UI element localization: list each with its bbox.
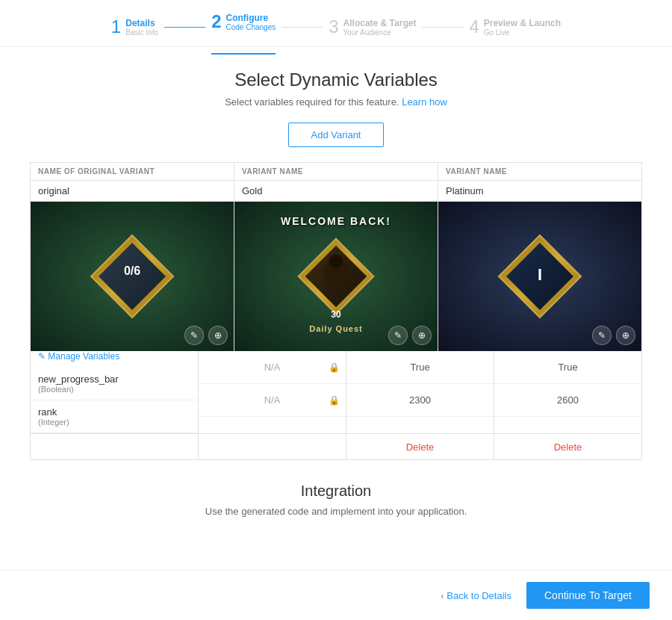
platinum-game-image: I ✎ ⊕ xyxy=(438,202,641,351)
learn-how-link[interactable]: Learn how xyxy=(402,96,447,108)
step-configure: 2 Configure Code Changes xyxy=(211,11,276,43)
original-header-label: NAME OF ORIGINAL VARIANT xyxy=(31,163,234,181)
lock-icon-2: 🔒 xyxy=(329,395,340,406)
original-game-image: 0/6 ✎ ⊕ xyxy=(31,202,234,351)
step-4-title: Preview & Launch xyxy=(484,18,561,28)
stepper-divider xyxy=(0,46,672,47)
gold-zoom-btn[interactable]: ⊕ xyxy=(412,326,432,345)
original-image-actions: ✎ ⊕ xyxy=(184,326,228,345)
active-step-underline xyxy=(211,53,276,55)
step-1-number: 1 xyxy=(111,16,121,37)
footer: ‹ Back to Details Continue To Target xyxy=(0,570,672,620)
gold-values-col: True 2300 xyxy=(346,351,494,433)
connector-2-3 xyxy=(281,27,323,28)
platinum-edit-btn[interactable]: ✎ xyxy=(592,326,612,345)
var-name-2: rank xyxy=(38,406,190,418)
platinum-image-actions: ✎ ⊕ xyxy=(592,326,635,345)
platinum-var-2-cell[interactable]: 2600 xyxy=(494,384,641,417)
connector-3-4 xyxy=(422,27,463,28)
step-2-number: 2 xyxy=(211,11,221,32)
step-2-subtitle: Code Changes xyxy=(226,23,276,31)
platinum-var-1-cell[interactable]: True xyxy=(494,351,641,384)
step-1-title: Details xyxy=(125,18,158,28)
gold-name-input[interactable] xyxy=(234,181,438,202)
manage-variables-col: ✎ Manage Variables new_progress_bar (Boo… xyxy=(31,351,199,433)
platinum-zoom-btn[interactable]: ⊕ xyxy=(616,326,635,345)
step-2-title: Configure xyxy=(226,13,276,23)
integration-section: Integration Use the generated code and i… xyxy=(30,460,642,524)
gold-edit-btn[interactable]: ✎ xyxy=(388,326,408,345)
gold-var-1-cell[interactable]: True xyxy=(346,351,494,384)
original-badge-svg: 0/6 xyxy=(87,232,177,321)
svg-text:0/6: 0/6 xyxy=(124,264,140,277)
platinum-delete-button[interactable]: Delete xyxy=(554,441,582,453)
step-4-number: 4 xyxy=(469,16,479,37)
step-4-subtitle: Go Live xyxy=(484,28,561,37)
daily-quest-num: 30 xyxy=(331,309,340,320)
integration-title: Integration xyxy=(30,483,642,500)
step-3-subtitle: Your Audience xyxy=(343,28,417,37)
step-details: 1 Details Basic Info xyxy=(111,16,158,37)
daily-quest-label: Daily Quest xyxy=(309,324,363,333)
add-variant-button[interactable]: Add Variant xyxy=(288,123,385,147)
svg-text:I: I xyxy=(538,265,542,284)
connector-1-2 xyxy=(164,27,205,28)
variable-row-rank: rank (Integer) xyxy=(31,400,198,433)
gold-header-label: VARIANT NAME xyxy=(234,163,438,181)
platinum-values-col: True 2600 xyxy=(494,351,641,433)
original-var-2-cell: N/A 🔒 xyxy=(199,384,346,417)
gold-game-image: WELCOME BACK! xyxy=(234,202,438,351)
step-1-subtitle: Basic Info xyxy=(125,28,158,37)
back-to-details-button[interactable]: ‹ Back to Details xyxy=(441,590,511,601)
step-allocate: 3 Allocate & Target Your Audience xyxy=(329,16,416,37)
step-preview: 4 Preview & Launch Go Live xyxy=(469,16,561,37)
var-type-2: (Integer) xyxy=(38,418,190,427)
step-3-number: 3 xyxy=(329,16,338,37)
welcome-back-text: WELCOME BACK! xyxy=(281,215,391,227)
gold-var-2-cell[interactable]: 2300 xyxy=(346,384,494,417)
gold-badge-svg xyxy=(295,235,377,317)
original-var-1-cell: N/A 🔒 xyxy=(199,351,346,384)
original-zoom-btn[interactable]: ⊕ xyxy=(208,326,228,345)
gold-delete-button[interactable]: Delete xyxy=(406,441,435,453)
original-name-input[interactable] xyxy=(31,181,234,202)
variable-row-new-progress-bar: new_progress_bar (Boolean) xyxy=(31,368,198,400)
var-name-1: new_progress_bar xyxy=(38,373,190,385)
page-title: Select Dynamic Variables xyxy=(30,69,642,90)
page-subtitle: Select variables required for this featu… xyxy=(30,96,642,108)
lock-icon-1: 🔒 xyxy=(329,362,340,373)
platinum-header-label: VARIANT NAME xyxy=(438,163,641,181)
gold-image-actions: ✎ ⊕ xyxy=(388,326,432,345)
var-type-1: (Boolean) xyxy=(38,385,190,394)
platinum-badge-svg: I xyxy=(495,232,585,321)
continue-to-target-button[interactable]: Continue To Target xyxy=(526,582,650,609)
stepper: 1 Details Basic Info 2 Configure Code Ch… xyxy=(0,0,672,46)
original-values-col: N/A 🔒 N/A 🔒 xyxy=(199,351,346,433)
step-3-title: Allocate & Target xyxy=(343,18,417,28)
original-edit-btn[interactable]: ✎ xyxy=(184,326,204,345)
manage-variables-link[interactable]: ✎ Manage Variables xyxy=(31,351,198,362)
platinum-name-input[interactable] xyxy=(438,181,641,202)
svg-point-6 xyxy=(329,255,343,268)
integration-subtitle: Use the generated code and implement int… xyxy=(30,506,642,517)
